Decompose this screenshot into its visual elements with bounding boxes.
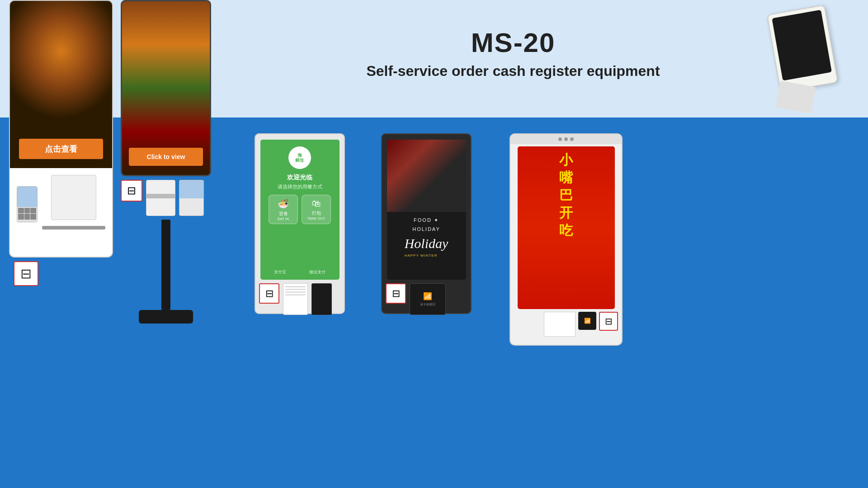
kiosk4-screen: FOOD ✦ HOLIDAY Holiday HAPPY WINTER [387, 140, 466, 280]
holiday-script: Holiday [405, 236, 448, 251]
key-dot [18, 214, 24, 220]
kiosk5-screen: 小嘴巴开吃 [518, 146, 615, 309]
key-dot [30, 214, 36, 220]
title-area: MS-20 Self-service order cash register e… [249, 27, 778, 80]
receipt-line [285, 289, 306, 290]
kiosk1-terminal-screen [17, 187, 37, 207]
kiosk3-receipt-printer [283, 283, 308, 315]
kiosk3-screen: 海鲜生 欢迎光临 请选择您的用餐方式 🍜 堂食 EAT IN 🛍 打包 TAKE… [260, 140, 340, 280]
kiosk2-terminal [179, 180, 204, 216]
eat-in-icon: 🍜 [278, 198, 289, 209]
kiosk3-sub-text: 请选择您的用餐方式 [265, 183, 335, 190]
kiosk1-qr-code: ⊟ [14, 261, 38, 286]
alipay-icon: 支付宝 [274, 269, 286, 275]
kiosk2-base [139, 310, 193, 324]
kiosk3-take-out-button[interactable]: 🛍 打包 TAKE OUT [302, 195, 331, 224]
kiosk-chinese-food: 小嘴巴开吃 📶 ⊟ [509, 133, 623, 346]
kiosk2-screen: Click to view [122, 1, 210, 175]
kiosk-green-welcome: 海鲜生 欢迎光临 请选择您的用餐方式 🍜 堂食 EAT IN 🛍 打包 TAKE… [255, 133, 345, 314]
kiosk3-body: 海鲜生 欢迎光临 请选择您的用餐方式 🍜 堂食 EAT IN 🛍 打包 TAKE… [255, 133, 345, 314]
key-dot [24, 208, 30, 214]
kiosk3-qr-code: ⊟ [259, 283, 279, 304]
topbar-sensor-2 [564, 137, 568, 141]
qr-code-icon: ⊟ [392, 288, 400, 300]
food-holiday-title: FOOD ✦ HOLIDAY [405, 216, 448, 234]
kiosk1-plate [51, 175, 96, 220]
tablet-screen [772, 10, 832, 81]
qr-code-icon: ⊟ [265, 288, 274, 300]
kiosk4-body: FOOD ✦ HOLIDAY Holiday HAPPY WINTER ⊟ 📶 … [381, 133, 472, 314]
kiosk2-view-button[interactable]: Click to view [129, 148, 203, 166]
kiosk3-logo: 海鲜生 [288, 146, 311, 169]
kiosk5-nfc-reader: 📶 [578, 312, 596, 330]
kiosk1-terminal-keys [17, 207, 37, 221]
product-model: MS-20 [249, 27, 778, 58]
key-dot [18, 208, 24, 214]
key-dot [30, 208, 36, 214]
kiosk1-body: 点击查看 [9, 0, 113, 258]
key-dot [24, 214, 30, 220]
kiosk5-plate [544, 312, 576, 337]
kiosk1-slot [42, 226, 105, 230]
reader-label: 读卡刷脸区 [420, 302, 436, 307]
kiosk2-stand [161, 220, 170, 310]
qr-code-icon: ⊟ [20, 266, 32, 282]
tablet-device-container [773, 9, 845, 88]
chinese-text-overlay: 小嘴巴开吃 [518, 151, 615, 239]
kiosk1-view-button[interactable]: 点击查看 [19, 139, 103, 159]
receipt-line [285, 291, 306, 293]
kiosk1-bottom [10, 168, 112, 240]
wechat-pay-icon: 微信支付 [309, 269, 326, 275]
kiosk5-body: 小嘴巴开吃 📶 ⊟ [509, 133, 623, 346]
kiosk3-card-reader [311, 283, 332, 315]
kiosk2-terminal-screen [179, 180, 203, 198]
kiosk4-qr-code: ⊟ [386, 283, 406, 304]
kiosk5-screen-bg: 小嘴巴开吃 [518, 146, 615, 309]
kiosk1-screen-image: 点击查看 [10, 1, 112, 168]
wifi-icon: 📶 [423, 292, 432, 300]
kiosk5-topbar [510, 134, 622, 144]
kiosk2-accessories: ⊟ [121, 176, 211, 220]
kiosk2-body: Click to view [121, 0, 211, 176]
kiosk-wall-mount: 点击查看 ⊟ [9, 0, 113, 288]
kiosk2-printer [146, 180, 175, 216]
receipt-line [285, 294, 306, 296]
kiosk2-qr-code: ⊟ [121, 180, 142, 202]
kiosk3-eat-in-button[interactable]: 🍜 堂食 EAT IN [269, 195, 298, 224]
receipt-lines [283, 284, 307, 299]
kiosk4-overlay: FOOD ✦ HOLIDAY Holiday HAPPY WINTER [387, 140, 466, 280]
happy-winter-text: HAPPY WINTER [405, 253, 448, 258]
kiosk2-printer-slot [146, 194, 175, 198]
kiosk1-screen: 点击查看 [10, 1, 112, 168]
kiosk-food-holiday: FOOD ✦ HOLIDAY Holiday HAPPY WINTER ⊟ 📶 … [381, 133, 472, 314]
kiosk3-content: 海鲜生 欢迎光临 请选择您的用餐方式 🍜 堂食 EAT IN 🛍 打包 TAKE… [260, 140, 340, 231]
kiosk3-payment-icons: 支付宝 微信支付 [260, 267, 340, 277]
take-out-icon: 🛍 [312, 198, 321, 209]
topbar-sensor-3 [570, 137, 574, 141]
wifi-icon: 📶 [584, 318, 591, 324]
kiosk3-accessories: ⊟ [255, 280, 344, 319]
qr-code-icon: ⊟ [605, 316, 613, 327]
kiosk3-order-buttons: 🍜 堂食 EAT IN 🛍 打包 TAKE OUT [265, 195, 335, 224]
kiosk-floor-stand-dark: Click to view ⊟ [121, 0, 211, 324]
qr-code-icon: ⊟ [127, 184, 136, 197]
product-description: Self-service order cash register equipme… [249, 63, 778, 80]
kiosk4-card-reader: 📶 读卡刷脸区 [410, 283, 446, 315]
kiosk5-qr-code: ⊟ [599, 312, 618, 331]
kiosk3-welcome-text: 欢迎光临 [265, 174, 335, 182]
tablet-device [767, 5, 838, 93]
kiosk4-accessories: ⊟ 📶 读卡刷脸区 [382, 280, 471, 319]
topbar-sensor-1 [558, 137, 562, 141]
kiosk5-accessories: 📶 ⊟ [510, 309, 622, 339]
kiosk4-screen-bg: FOOD ✦ HOLIDAY Holiday HAPPY WINTER [387, 140, 466, 280]
receipt-line [285, 286, 306, 287]
kiosk1-terminal [17, 186, 38, 222]
